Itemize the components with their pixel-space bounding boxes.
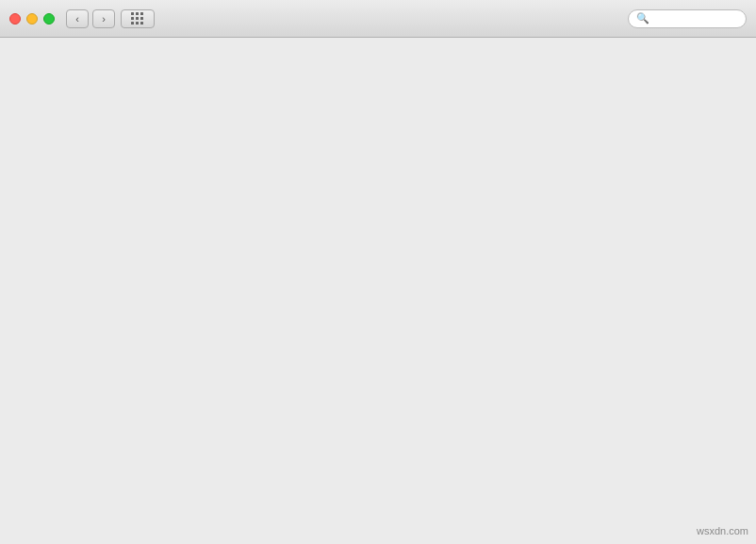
search-icon: 🔍 [636,12,649,25]
main-content [0,38,756,544]
traffic-lights [9,13,55,25]
minimize-button[interactable] [26,13,38,25]
maximize-button[interactable] [43,13,55,25]
grid-view-button[interactable] [121,9,155,28]
search-input[interactable] [653,12,738,25]
back-button[interactable]: ‹ [66,9,89,28]
search-box[interactable]: 🔍 [628,9,747,28]
titlebar: ‹ › 🔍 [0,0,756,38]
forward-button[interactable]: › [92,9,115,28]
close-button[interactable] [9,13,21,25]
nav-buttons: ‹ › [66,9,115,28]
